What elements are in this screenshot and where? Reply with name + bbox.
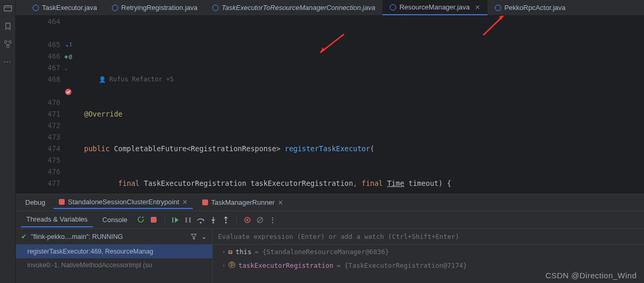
bookmarks-icon[interactable] xyxy=(4,22,12,30)
chevron-right-icon[interactable]: › xyxy=(222,249,225,255)
class-icon xyxy=(212,5,219,11)
close-icon[interactable]: ✕ xyxy=(182,198,188,206)
breakpoint-checked-icon[interactable] xyxy=(65,87,72,99)
chevron-down-icon[interactable]: ⌄ xyxy=(201,233,207,240)
object-icon: ⊟ xyxy=(228,248,233,256)
frames-pane: ✔ "flink-pekko....main": RUNNING ⌄ regis… xyxy=(16,229,213,283)
variable-row[interactable]: ›⊟this = {StandaloneResourceManager@6836… xyxy=(213,245,644,258)
variable-row[interactable]: ›ⓟtaskExecutorRegistration = {TaskExecut… xyxy=(213,258,644,272)
console-tab[interactable]: Console xyxy=(97,213,133,227)
svg-rect-1 xyxy=(5,41,7,43)
close-icon[interactable]: ✕ xyxy=(475,4,480,11)
stop-square-icon xyxy=(59,199,65,205)
class-icon xyxy=(33,5,39,11)
override-icon[interactable]: ◉@ xyxy=(65,51,72,62)
rerun-icon[interactable] xyxy=(137,216,146,224)
class-icon xyxy=(390,4,396,11)
annotation-arrow-2 xyxy=(478,16,510,38)
editor-tabs: TaskExecutor.java RetryingRegistration.j… xyxy=(16,0,644,16)
svg-point-11 xyxy=(225,222,226,223)
watermark: CSDN @Direction_Wind xyxy=(545,271,637,280)
svg-rect-0 xyxy=(4,6,12,11)
svg-point-13 xyxy=(246,219,248,221)
pause-icon[interactable] xyxy=(184,216,192,224)
svg-rect-5 xyxy=(151,217,157,223)
collapse-icon[interactable]: ⌄ xyxy=(65,62,68,74)
close-icon[interactable]: ✕ xyxy=(278,199,283,206)
project-icon[interactable] xyxy=(4,4,12,13)
tab-retryingregistration[interactable]: RetryingRegistration.java xyxy=(105,0,205,15)
run-config-taskmanager[interactable]: TaskManagerRunner✕ xyxy=(197,196,288,208)
stop-icon[interactable] xyxy=(150,216,158,224)
param-icon: ⓟ xyxy=(228,261,235,270)
stop-square-icon xyxy=(202,200,208,205)
more-icon[interactable]: ⋯ xyxy=(4,58,12,66)
debug-toolbar: Threads & Variables Console ⋮ xyxy=(16,211,644,229)
evaluate-input[interactable]: Evaluate expression (Enter) or add a wat… xyxy=(213,229,644,245)
svg-rect-8 xyxy=(189,217,191,223)
tab-pekkorpcactor[interactable]: PekkoRpcActor.java xyxy=(487,0,573,15)
svg-rect-6 xyxy=(172,217,173,223)
chevron-right-icon[interactable]: › xyxy=(222,263,225,268)
stack-frame[interactable]: registerTaskExecutor:469, ResourceManag xyxy=(16,245,212,258)
more-actions-icon[interactable]: ⋮ xyxy=(268,216,277,224)
view-breakpoints-icon[interactable] xyxy=(243,216,252,224)
threads-tab[interactable]: Threads & Variables xyxy=(21,212,93,227)
structure-icon[interactable] xyxy=(4,40,12,48)
code-body[interactable]: 👤Rufus Refactor +5 @Override public Comp… xyxy=(74,16,644,194)
run-config-standalone[interactable]: StandaloneSessionClusterEntrypoint✕ xyxy=(54,196,193,209)
svg-rect-2 xyxy=(9,41,11,43)
thread-selector[interactable]: ✔ "flink-pekko....main": RUNNING ⌄ xyxy=(16,229,212,245)
gutter: 464 465↘I 466◉@ 467⌄ 468 470 471 472 473… xyxy=(16,16,74,194)
inheritor-icon[interactable]: ↘I xyxy=(65,39,72,51)
step-out-icon[interactable] xyxy=(222,216,230,224)
class-icon xyxy=(112,5,118,11)
svg-point-9 xyxy=(200,222,201,223)
filter-icon[interactable] xyxy=(191,234,197,240)
debug-panel: Debug StandaloneSessionClusterEntrypoint… xyxy=(16,194,644,283)
svg-point-10 xyxy=(212,222,214,223)
svg-rect-3 xyxy=(7,45,9,47)
annotation-arrow-1 xyxy=(315,32,347,58)
tab-taskexecutor[interactable]: TaskExecutor.java xyxy=(25,0,105,15)
debug-title: Debug xyxy=(21,198,49,206)
step-into-icon[interactable] xyxy=(209,216,217,224)
mute-breakpoints-icon[interactable] xyxy=(256,216,264,224)
left-tool-rail: ⋯ xyxy=(0,0,16,283)
stack-frame[interactable]: invoke0:-1, NativeMethodAccessorImpl (su xyxy=(16,258,212,272)
blame-annotation: 👤Rufus Refactor +5 xyxy=(74,74,644,85)
code-editor[interactable]: 464 465↘I 466◉@ 467⌄ 468 470 471 472 473… xyxy=(16,16,644,194)
tab-taskexecutortorm[interactable]: TaskExecutorToResourceManagerConnection.… xyxy=(205,0,382,15)
class-icon xyxy=(495,5,501,11)
resume-icon[interactable] xyxy=(171,216,180,224)
check-icon: ✔ xyxy=(21,233,27,240)
step-over-icon[interactable] xyxy=(196,216,205,224)
tab-resourcemanager[interactable]: ResourceManager.java✕ xyxy=(382,0,487,15)
svg-rect-7 xyxy=(185,217,187,223)
